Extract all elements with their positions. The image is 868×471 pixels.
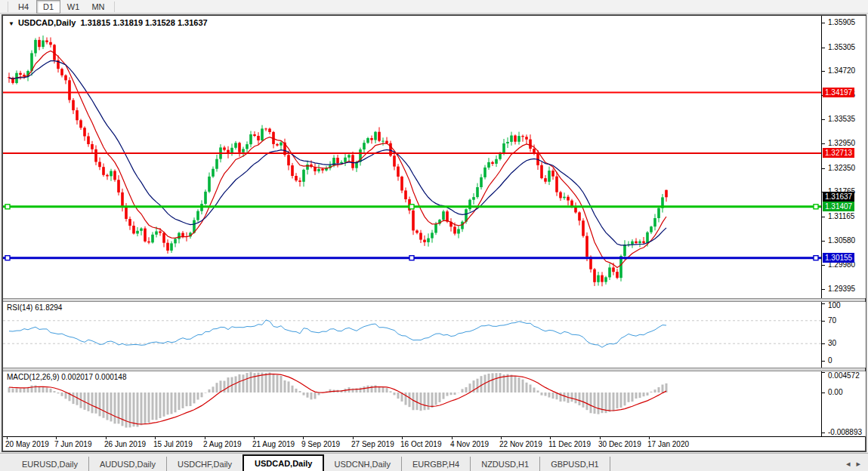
tabs-scroll-right-icon[interactable]: ▸ [856,455,860,471]
date-label: 2 Aug 2019 [203,440,242,448]
chart-tab-gbpusd[interactable]: GBPUSD,H1 [540,457,610,471]
price-tick [822,143,825,144]
candle [49,42,52,45]
candle [121,192,124,208]
candle [427,239,430,242]
date-label: 22 Nov 2019 [499,440,542,448]
date-tick [254,437,255,439]
candle [567,197,570,201]
macd-tick [822,372,825,373]
candle [646,232,649,243]
tabs-scroll-left-icon[interactable]: ◂ [846,455,851,471]
rsi-tick-label: 70 [828,316,836,325]
chart-tab-usdcad[interactable]: USDCAD,Daily [242,454,324,471]
candle [351,155,354,168]
date-tick [106,437,107,439]
date-tick [402,437,403,439]
level-price-label: 1.30155 [823,253,854,263]
date-tick [501,437,502,439]
candle [638,242,641,243]
candle [385,141,388,143]
candle [170,243,173,251]
price-tick [822,71,825,72]
candle [506,142,509,143]
candle [155,232,158,235]
candle [601,276,604,282]
hline-handle[interactable] [814,256,818,260]
hline-handle[interactable] [409,205,414,209]
candle [551,171,554,177]
main-price-pane[interactable]: ▼USDCAD,Daily 1.31815 1.31819 1.31528 1.… [3,16,865,298]
candle [249,134,252,144]
candle [162,233,165,243]
chart-tab-bar: EURUSD,DailyAUDUSD,DailyUSDCHF,DailyUSDC… [0,453,868,471]
candle [370,138,373,140]
candle [502,143,505,152]
chart-tab-usdcnh[interactable]: USDCNH,Daily [323,457,402,471]
date-label: 7 Jun 2019 [54,440,92,448]
chart-tab-usdchf[interactable]: USDCHF,Daily [167,457,243,471]
candle [616,272,619,278]
candle [487,162,490,168]
rsi-tick-label: 100 [828,302,841,309]
candle [555,177,558,192]
chart-tab-eurgbp[interactable]: EURGBP,H4 [402,457,471,471]
date-tick [56,437,57,439]
candle [559,192,562,199]
hline-handle[interactable] [5,256,10,260]
candle [578,212,581,220]
timeframe-button-h4[interactable]: H4 [11,0,36,14]
chevron-down-icon[interactable]: ▼ [8,20,14,27]
candle [381,141,385,142]
candle [76,110,79,120]
price-tick [822,48,825,48]
candle [521,136,524,137]
candle [291,165,294,176]
rsi-tick [822,321,825,322]
candle [117,180,120,192]
candle [234,143,237,148]
chart-tab-nzdusd[interactable]: NZDUSD,H1 [471,457,540,471]
timeframe-toolbar: H4D1W1MN [0,0,868,14]
candle [400,177,403,190]
rsi-canvas[interactable] [3,302,821,368]
chart-tab-audusd[interactable]: AUDUSD,Daily [89,457,167,471]
date-tick [205,437,205,439]
date-label: 16 Oct 2019 [400,440,441,448]
hline-handle[interactable] [409,256,414,260]
candle [276,144,279,146]
date-label: 30 Dec 2019 [598,440,641,448]
candle [476,187,479,197]
candle [442,211,445,220]
chart-title: ▼USDCAD,Daily 1.31815 1.31819 1.31528 1.… [8,18,208,27]
candle [45,41,48,42]
candle [125,208,128,219]
timeframe-button-mn[interactable]: MN [86,0,110,14]
candle [472,197,475,200]
macd-pane[interactable]: MACD(12,26,9) 0.002017 0.000148 0.004572… [3,371,865,436]
candle [106,175,109,177]
current-price-label: 1.31637 [823,192,854,202]
candle [495,159,498,164]
candle [642,242,645,243]
timeframe-button-d1[interactable]: D1 [36,0,60,14]
timeframe-button-w1[interactable]: W1 [61,0,85,14]
candle [159,232,162,233]
date-tick [600,437,601,439]
main-chart-canvas[interactable] [3,16,821,298]
candle [102,167,105,175]
candle [204,192,207,204]
candle [64,75,67,81]
chart-tab-eurusd[interactable]: EURUSD,Daily [11,457,89,471]
hline-handle[interactable] [5,205,10,209]
candle [446,211,449,222]
date-label: 21 Aug 2019 [252,440,295,448]
date-tick [649,437,650,439]
date-label: 4 Nov 2019 [450,440,489,448]
rsi-pane[interactable]: RSI(14) 61.8294 10070300 [3,302,865,368]
hline-handle[interactable] [814,205,818,209]
price-tick-label: 1.35905 [828,18,855,26]
candle [336,158,339,163]
candle [374,132,377,140]
price-tick-label: 1.35305 [828,43,855,51]
